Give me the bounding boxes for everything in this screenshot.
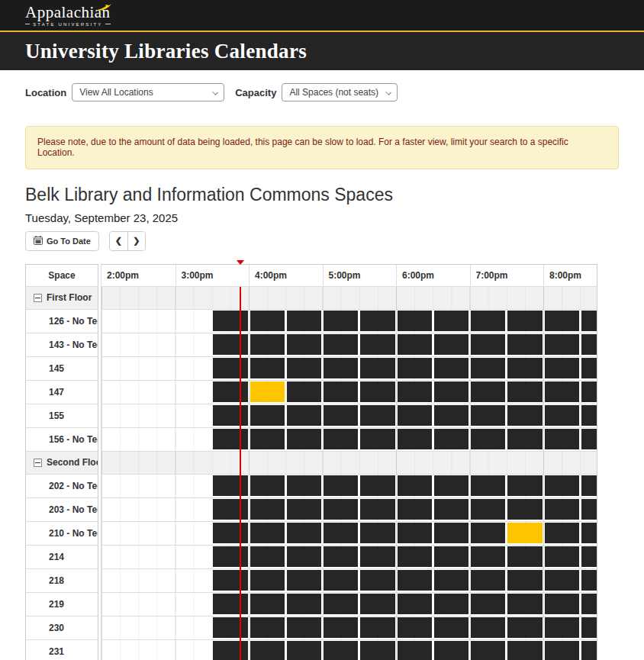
slot-open[interactable] xyxy=(176,546,211,567)
slot-open[interactable] xyxy=(140,641,174,660)
slot-open[interactable] xyxy=(176,570,211,591)
go-to-date-button[interactable]: Go To Date xyxy=(25,231,99,251)
room-label[interactable]: 230 xyxy=(25,617,98,640)
floor-group-label: First Floor xyxy=(47,292,92,303)
room-label[interactable]: 143 - No Tec xyxy=(25,333,98,357)
collapse-icon[interactable] xyxy=(34,459,42,467)
slot-open[interactable] xyxy=(140,594,174,614)
slot-open[interactable] xyxy=(103,358,137,378)
floor-group-row: First Floor xyxy=(25,287,597,310)
capacity-select[interactable]: All Spaces (not seats) xyxy=(282,83,398,101)
slot-unavailable xyxy=(434,499,469,520)
slot-open[interactable] xyxy=(103,311,137,331)
room-label[interactable]: 155 xyxy=(25,404,98,428)
slot-open[interactable] xyxy=(103,641,137,660)
room-label[interactable]: 219 xyxy=(25,593,98,617)
slot-open[interactable] xyxy=(103,405,137,426)
slot-open[interactable] xyxy=(140,617,174,638)
slot-unavailable xyxy=(287,358,321,378)
slot-open[interactable] xyxy=(140,429,174,449)
slot-unavailable xyxy=(545,334,579,355)
chevron-down-icon xyxy=(212,89,218,95)
slot-open[interactable] xyxy=(103,546,137,567)
site-title-bar: University Libraries Calendars xyxy=(0,32,644,70)
room-label[interactable]: 214 xyxy=(25,546,98,569)
university-logo[interactable]: Appalachian STATE UNIVERSITY xyxy=(25,5,111,27)
slot-unavailable xyxy=(545,499,579,520)
slot-unavailable xyxy=(250,594,285,614)
slot-open[interactable] xyxy=(103,617,137,638)
slot-unavailable xyxy=(545,594,579,614)
slot-open[interactable] xyxy=(140,499,174,520)
slot-unavailable xyxy=(287,382,321,402)
room-label[interactable]: 156 - No Tec xyxy=(25,428,98,452)
room-label[interactable]: 126 - No Tec xyxy=(25,310,98,333)
slot-open[interactable] xyxy=(103,429,137,449)
slot-unavailable xyxy=(250,358,285,378)
room-label[interactable]: 202 - No Tec xyxy=(25,475,98,498)
slot-unavailable xyxy=(324,641,358,660)
slot-open[interactable] xyxy=(103,475,137,496)
next-day-button[interactable]: ❯ xyxy=(127,232,145,250)
floor-group-toggle[interactable]: First Floor xyxy=(25,287,98,310)
slot-open[interactable] xyxy=(140,405,174,426)
slot-unavailable xyxy=(507,594,542,614)
filter-bar: Location View All Locations Capacity All… xyxy=(25,83,619,101)
location-select[interactable]: View All Locations xyxy=(72,83,224,101)
slot-open[interactable] xyxy=(103,523,137,543)
slot-unavailable xyxy=(545,429,579,449)
site-title: University Libraries Calendars xyxy=(25,40,307,63)
slot-open[interactable] xyxy=(176,358,211,378)
previous-day-button[interactable]: ❮ xyxy=(110,232,127,250)
room-label[interactable]: 203 - No Tec xyxy=(25,498,98,522)
collapse-icon[interactable] xyxy=(34,294,42,302)
slot-open[interactable] xyxy=(103,570,137,591)
slot-open[interactable] xyxy=(176,405,211,426)
slot-unavailable xyxy=(360,334,394,355)
slot-open[interactable] xyxy=(140,570,174,591)
room-label[interactable]: 210 - No Tec xyxy=(25,522,98,546)
slot-unavailable xyxy=(545,475,579,496)
slot-unavailable xyxy=(434,382,469,402)
slot-unavailable xyxy=(545,358,579,378)
slot-open[interactable] xyxy=(176,382,211,402)
slot-unavailable xyxy=(398,358,432,378)
slot-open[interactable] xyxy=(176,617,211,638)
room-label[interactable]: 145 xyxy=(25,357,98,381)
slot-open[interactable] xyxy=(176,641,211,660)
slot-open[interactable] xyxy=(176,475,211,496)
slot-open[interactable] xyxy=(103,334,137,355)
slot-open[interactable] xyxy=(176,334,211,355)
slot-unavailable xyxy=(324,311,358,331)
slot-open[interactable] xyxy=(140,311,174,331)
slot-unavailable xyxy=(434,523,469,543)
slot-open[interactable] xyxy=(140,546,174,567)
slot-unavailable xyxy=(250,475,285,496)
slot-open[interactable] xyxy=(176,499,211,520)
slot-open[interactable] xyxy=(176,594,211,614)
slot-open[interactable] xyxy=(176,523,211,543)
slot-unavailable xyxy=(324,475,358,496)
room-label[interactable]: 231 xyxy=(25,640,98,660)
slot-open[interactable] xyxy=(140,475,174,496)
current-date: Tuesday, September 23, 2025 xyxy=(25,211,619,224)
slot-open[interactable] xyxy=(140,358,174,378)
room-row: 203 - No Tec xyxy=(25,498,597,522)
slot-open[interactable] xyxy=(140,334,174,355)
capacity-select-value: All Spaces (not seats) xyxy=(289,87,378,98)
slot-open[interactable] xyxy=(140,382,174,402)
slot-open[interactable] xyxy=(176,429,211,449)
slot-open[interactable] xyxy=(103,499,137,520)
room-row: 156 - No Tec xyxy=(25,428,597,452)
slot-open[interactable] xyxy=(103,382,137,402)
floor-group-toggle[interactable]: Second Floor xyxy=(25,452,98,475)
slot-open[interactable] xyxy=(103,594,137,614)
room-label[interactable]: 147 xyxy=(25,381,98,404)
floor-group-row: Second Floor xyxy=(25,452,597,475)
time-header-6:00pm: 6:00pm xyxy=(396,265,470,286)
slot-open[interactable] xyxy=(140,523,174,543)
slot-unavailable xyxy=(471,382,505,402)
slot-open[interactable] xyxy=(176,311,211,331)
slot-unavailable xyxy=(545,311,579,331)
room-label[interactable]: 218 xyxy=(25,569,98,593)
